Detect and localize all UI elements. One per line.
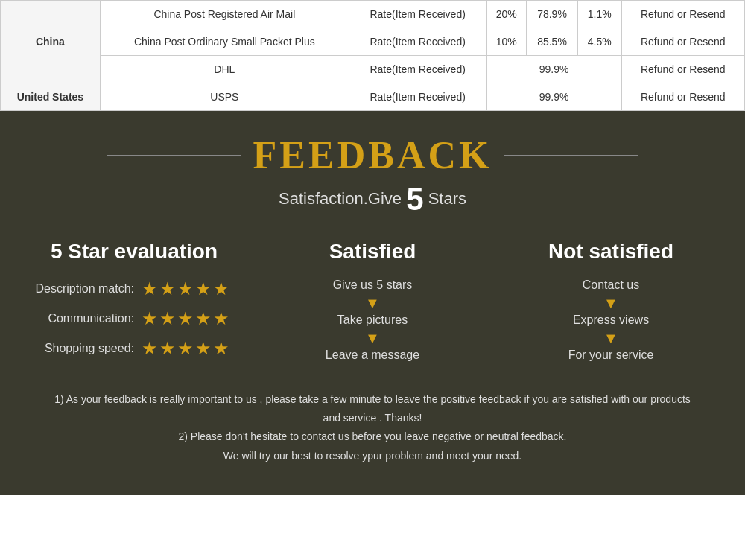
col-right-header: Not satisfied	[499, 240, 723, 264]
not-satisfied-step-1: Contact us	[499, 279, 723, 292]
table-row: United States USPS Rate(Item Received) 9…	[1, 83, 745, 111]
action-cell: Refund or Resend	[621, 28, 744, 56]
subtitle-prefix: Satisfaction.Give	[279, 189, 402, 208]
col-merged: 99.9%	[486, 56, 621, 83]
condition-cell: Rate(Item Received)	[349, 1, 486, 28]
carrier-cell: China Post Ordinary Small Packet Plus	[100, 28, 349, 56]
col-left: 5 Star evaluation Description match: ★★★…	[15, 240, 253, 368]
eval-row-communication: Communication: ★★★★★	[22, 308, 246, 329]
feedback-title-container: FEEDBACK	[15, 133, 730, 177]
carrier-cell: China Post Registered Air Mail	[100, 1, 349, 28]
carrier-cell: DHL	[100, 56, 349, 83]
arrow-down-4: ▼	[499, 330, 723, 347]
not-satisfied-step-2: Express views	[499, 314, 723, 327]
col-middle-header: Satisfied	[261, 240, 484, 264]
col2-cell: 78.9%	[527, 1, 578, 28]
action-cell: Refund or Resend	[621, 83, 744, 111]
action-cell: Refund or Resend	[621, 56, 744, 83]
col-right: Not satisfied Contact us ▼ Express views…	[492, 240, 730, 365]
stars-speed: ★★★★★	[142, 338, 231, 359]
subtitle-suffix: Stars	[428, 189, 466, 208]
arrow-down-2: ▼	[261, 330, 484, 347]
title-line-left	[107, 155, 241, 156]
satisfied-step-1: Give us 5 stars	[261, 279, 484, 292]
condition-cell: Rate(Item Received)	[349, 56, 486, 83]
note2: 2) Please don't hesitate to contact us b…	[45, 427, 700, 446]
country-us: United States	[1, 83, 101, 111]
note3: We will try our best to resolve ypur pro…	[45, 447, 700, 465]
table-row: DHL Rate(Item Received) 99.9% Refund or …	[1, 56, 745, 83]
feedback-title: FEEDBACK	[253, 133, 492, 177]
not-satisfied-step-3: For your service	[499, 349, 723, 362]
shipping-table: China China Post Registered Air Mail Rat…	[0, 0, 745, 111]
feedback-notes: 1) As your feedback is really important …	[15, 390, 730, 465]
table-row: China Post Ordinary Small Packet Plus Ra…	[1, 28, 745, 56]
eval-label-speed: Shopping speed:	[22, 342, 142, 355]
country-china: China	[1, 1, 101, 83]
col3-cell: 1.1%	[577, 1, 621, 28]
col1-cell: 20%	[486, 1, 527, 28]
condition-cell: Rate(Item Received)	[349, 83, 486, 111]
note1: 1) As your feedback is really important …	[45, 390, 700, 427]
satisfied-step-2: Take pictures	[261, 314, 484, 327]
satisfied-step-3: Leave a message	[261, 349, 484, 362]
col1-cell: 10%	[486, 28, 527, 56]
stars-description: ★★★★★	[142, 279, 231, 299]
feedback-subtitle: Satisfaction.Give 5 Stars	[15, 182, 730, 217]
eval-label-communication: Communication:	[22, 312, 142, 325]
col-left-header: 5 Star evaluation	[22, 240, 246, 264]
stars-communication: ★★★★★	[142, 308, 231, 329]
subtitle-number: 5	[406, 182, 423, 217]
title-line-right	[504, 155, 638, 156]
action-cell: Refund or Resend	[621, 1, 744, 28]
arrow-down-3: ▼	[499, 295, 723, 312]
eval-label-description: Description match:	[22, 282, 142, 296]
carrier-cell: USPS	[100, 83, 349, 111]
feedback-section: FEEDBACK Satisfaction.Give 5 Stars 5 Sta…	[0, 111, 745, 495]
eval-row-speed: Shopping speed: ★★★★★	[22, 338, 246, 359]
condition-cell: Rate(Item Received)	[349, 28, 486, 56]
eval-row-description: Description match: ★★★★★	[22, 279, 246, 299]
col-middle: Satisfied Give us 5 stars ▼ Take picture…	[253, 240, 492, 365]
col3-cell: 4.5%	[577, 28, 621, 56]
col2-cell: 85.5%	[527, 28, 578, 56]
feedback-columns: 5 Star evaluation Description match: ★★★…	[15, 240, 730, 368]
col-merged: 99.9%	[486, 83, 621, 111]
table-row: China China Post Registered Air Mail Rat…	[1, 1, 745, 28]
arrow-down-1: ▼	[261, 295, 484, 312]
